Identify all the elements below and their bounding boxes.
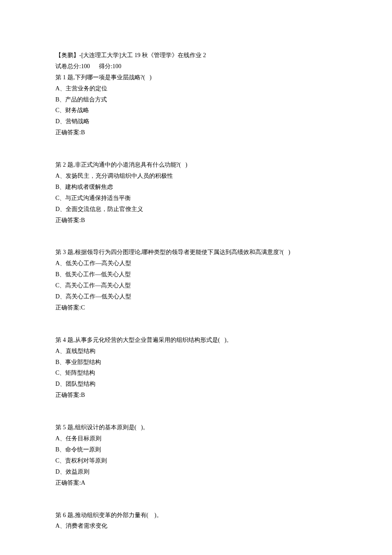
question-block: 第 2 题,非正式沟通中的小道消息具有什么功能?( ) A、发扬民主，充分调动组… [55, 159, 337, 225]
question-option: A、直线型结构 [55, 346, 337, 357]
question-option: B、低关心工作—低关心人型 [55, 269, 337, 280]
question-stem: 第 3 题,根据领导行为四分图理论,哪种类型的领导者更能使下属达到高绩效和高满意… [55, 247, 337, 258]
question-block: 第 1 题,下列哪一项是事业层战略?( ) A、主营业务的定位 B、产品的组合方… [55, 72, 337, 138]
question-option: D、效益原则 [55, 466, 337, 477]
question-option: D、营销战略 [55, 116, 337, 127]
question-option: C、矩阵型结构 [55, 367, 337, 379]
question-stem: 第 6 题,推动组织变革的外部力量有( )。 [55, 510, 337, 521]
question-option: C、财务战略 [55, 105, 337, 116]
question-option: D、全面交流信息，防止官僚主义 [55, 204, 337, 215]
question-option: D、团队型结构 [55, 379, 337, 390]
question-option: D、高关心工作—低关心人型 [55, 291, 337, 302]
question-block: 第 4 题,从事多元化经营的大型企业普遍采用的组织结构形式是( )。 A、直线型… [55, 335, 337, 401]
question-answer: 正确答案:A [55, 477, 337, 489]
doc-title: 【奥鹏】-[大连理工大学]大工 19 秋《管理学》在线作业 2 [55, 50, 337, 61]
question-stem: 第 2 题,非正式沟通中的小道消息具有什么功能?( ) [55, 159, 337, 171]
question-answer: 正确答案:B [55, 215, 337, 226]
question-option: A、发扬民主，充分调动组织中人员的积极性 [55, 171, 337, 182]
question-option: A、低关心工作—高关心人型 [55, 258, 337, 269]
question-block: 第 3 题,根据领导行为四分图理论,哪种类型的领导者更能使下属达到高绩效和高满意… [55, 247, 337, 313]
question-block: 第 6 题,推动组织变革的外部力量有( )。 A、消费者需求变化 [55, 510, 337, 532]
question-stem: 第 4 题,从事多元化经营的大型企业普遍采用的组织结构形式是( )。 [55, 335, 337, 346]
question-option: A、任务目标原则 [55, 433, 337, 444]
question-block: 第 5 题,组织设计的基本原则是( )。 A、任务目标原则 B、命令统一原则 C… [55, 422, 337, 488]
question-stem: 第 1 题,下列哪一项是事业层战略?( ) [55, 72, 337, 83]
question-option: A、消费者需求变化 [55, 520, 337, 532]
score-line: 试卷总分:100 得分:100 [55, 61, 337, 72]
document-page: 【奥鹏】-[大连理工大学]大工 19 秋《管理学》在线作业 2 试卷总分:100… [0, 0, 392, 555]
question-option: C、责权利对等原则 [55, 455, 337, 466]
question-option: B、命令统一原则 [55, 444, 337, 455]
question-option: B、产品的组合方式 [55, 94, 337, 105]
question-answer: 正确答案:C [55, 302, 337, 313]
question-answer: 正确答案:B [55, 127, 337, 138]
question-option: C、与正式沟通保持适当平衡 [55, 193, 337, 204]
question-stem: 第 5 题,组织设计的基本原则是( )。 [55, 422, 337, 433]
question-option: A、主营业务的定位 [55, 83, 337, 94]
question-answer: 正确答案:B [55, 390, 337, 401]
question-option: B、建构或者缓解焦虑 [55, 182, 337, 193]
question-option: C、高关心工作—高关心人型 [55, 280, 337, 291]
question-option: B、事业部型结构 [55, 357, 337, 368]
